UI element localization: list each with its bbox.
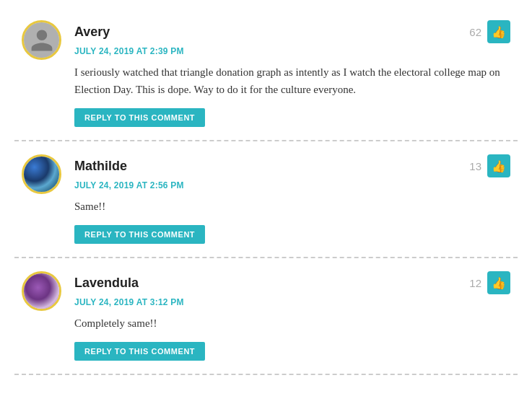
comment-body-lavendula: Lavendula 12 👍 JULY 24, 2019 AT 3:12 PM … [74, 271, 510, 361]
avatar-lavendula [22, 271, 61, 311]
thumbs-up-icon: 👍 [492, 276, 506, 290]
like-section: 13 👍 [469, 154, 510, 177]
comment-lavendula: Lavendula 12 👍 JULY 24, 2019 AT 3:12 PM … [14, 258, 518, 375]
like-count: 13 [469, 160, 481, 172]
comment-body-mathilde: Mathilde 13 👍 JULY 24, 2019 AT 2:56 PM S… [74, 154, 510, 244]
like-button[interactable]: 👍 [487, 20, 510, 43]
author-name: Lavendula [74, 276, 139, 291]
comments-container: Avery 62 👍 JULY 24, 2019 AT 2:39 PM I se… [0, 0, 532, 382]
reply-button[interactable]: REPLY TO THIS COMMENT [74, 225, 205, 244]
reply-button[interactable]: REPLY TO THIS COMMENT [74, 108, 205, 127]
thumbs-up-icon: 👍 [492, 159, 506, 173]
reply-button[interactable]: REPLY TO THIS COMMENT [74, 342, 205, 361]
avatar-mathilde [22, 154, 61, 194]
comment-mathilde: Mathilde 13 👍 JULY 24, 2019 AT 2:56 PM S… [14, 141, 518, 258]
like-count: 62 [469, 26, 481, 38]
like-section: 62 👍 [469, 20, 510, 43]
thumbs-up-icon: 👍 [492, 25, 506, 39]
comment-text: I seriously watched that triangle donati… [74, 63, 510, 98]
comment-header: Avery 62 👍 [74, 20, 510, 43]
avatar-image [24, 273, 59, 309]
comment-text: Same!! [74, 198, 510, 215]
avatar-placeholder [24, 22, 59, 58]
avatar-image [24, 157, 59, 192]
author-name: Avery [74, 25, 110, 40]
comment-date: JULY 24, 2019 AT 2:39 PM [74, 46, 510, 56]
comment-text: Completely same!! [74, 315, 510, 332]
comment-date: JULY 24, 2019 AT 3:12 PM [74, 297, 510, 307]
author-name: Mathilde [74, 159, 127, 174]
like-button[interactable]: 👍 [487, 154, 510, 177]
like-count: 12 [469, 277, 481, 289]
avatar-avery [22, 20, 61, 60]
comment-header: Mathilde 13 👍 [74, 154, 510, 177]
like-button[interactable]: 👍 [487, 271, 510, 294]
comment-header: Lavendula 12 👍 [74, 271, 510, 294]
comment-avery: Avery 62 👍 JULY 24, 2019 AT 2:39 PM I se… [14, 7, 518, 141]
comment-body-avery: Avery 62 👍 JULY 24, 2019 AT 2:39 PM I se… [74, 20, 510, 127]
like-section: 12 👍 [469, 271, 510, 294]
comment-date: JULY 24, 2019 AT 2:56 PM [74, 180, 510, 190]
